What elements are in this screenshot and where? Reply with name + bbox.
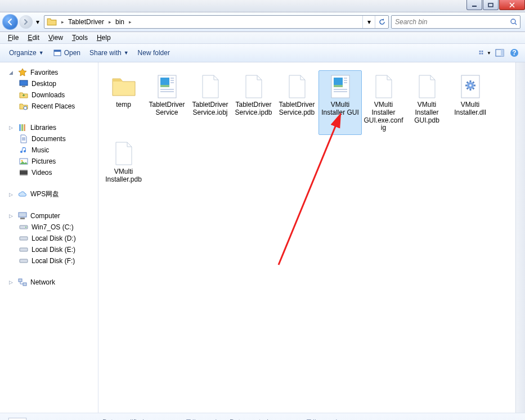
- sidebar-label: Favorites: [30, 69, 58, 76]
- scrollbar[interactable]: [515, 62, 525, 413]
- sidebar-drive-e[interactable]: Local Disk (E:): [0, 244, 98, 255]
- file-item[interactable]: TabletDriverService: [145, 70, 189, 135]
- svg-rect-24: [19, 213, 26, 217]
- search-icon[interactable]: [508, 18, 520, 26]
- menu-edit[interactable]: Edit: [23, 33, 44, 43]
- recent-icon: [19, 102, 28, 111]
- navbar: ▾ ▸ TabletDriver ▸ bin ▸ ▾: [0, 12, 525, 32]
- search-box[interactable]: [391, 15, 520, 29]
- chevron-right-icon[interactable]: ▸: [59, 19, 66, 25]
- sidebar-drive-f[interactable]: Local Disk (F:): [0, 255, 98, 267]
- svg-rect-39: [160, 89, 174, 90]
- file-label: VMulti Installer GUI.pdb: [407, 101, 447, 124]
- drive-icon: [19, 256, 28, 265]
- file-item[interactable]: TabletDriverService.pdb: [275, 70, 318, 135]
- sidebar-favorites[interactable]: ◢ Favorites: [0, 67, 98, 78]
- file-item[interactable]: VMulti Installer GUI.exe.config: [362, 70, 405, 135]
- svg-rect-16: [19, 124, 21, 131]
- help-button[interactable]: ?: [508, 47, 520, 59]
- svg-rect-46: [344, 82, 347, 83]
- open-button[interactable]: Open: [48, 46, 85, 60]
- file-label: TabletDriverService.pdb: [277, 101, 317, 117]
- titlebar: [0, 0, 525, 12]
- details-pane: VMulti Installer GUI Date modified: 2019…: [0, 413, 525, 420]
- refresh-button[interactable]: [375, 16, 388, 28]
- file-label: VMulti Installer.pdb: [104, 168, 143, 184]
- menu-view[interactable]: View: [44, 33, 68, 43]
- sidebar-drive-c[interactable]: Win7_OS (C:): [0, 222, 98, 233]
- svg-rect-29: [20, 248, 28, 251]
- breadcrumb-tabletdriver[interactable]: TabletDriver: [66, 16, 106, 28]
- svg-rect-25: [20, 218, 25, 219]
- sidebar-libraries[interactable]: ▷ Libraries: [0, 122, 98, 133]
- file-item[interactable]: TabletDriverService.ipdb: [232, 70, 275, 135]
- svg-point-27: [25, 227, 26, 228]
- svg-rect-17: [21, 124, 23, 131]
- sidebar-desktop[interactable]: Desktop: [0, 78, 98, 89]
- share-with-button[interactable]: Share with ▼: [85, 47, 133, 59]
- file-list[interactable]: tempTabletDriverServiceTabletDriverServi…: [98, 62, 525, 413]
- nav-history-dropdown[interactable]: ▾: [34, 16, 42, 28]
- desktop-icon: [19, 79, 28, 88]
- file-item[interactable]: TabletDriverService.iobj: [189, 70, 232, 135]
- svg-rect-48: [334, 91, 347, 92]
- back-button[interactable]: [2, 14, 18, 30]
- svg-rect-7: [479, 53, 481, 55]
- navigation-pane: ◢ Favorites Desktop Downloads Recent Pla…: [0, 62, 98, 413]
- sidebar-drive-d[interactable]: Local Disk (D:): [0, 233, 98, 244]
- maximize-button[interactable]: [483, 0, 499, 10]
- forward-button[interactable]: [19, 15, 33, 29]
- close-button[interactable]: [499, 0, 525, 10]
- file-item[interactable]: temp: [102, 70, 145, 135]
- sidebar-network[interactable]: ▷ Network: [0, 277, 98, 288]
- chevron-right-icon[interactable]: ▸: [127, 19, 133, 25]
- app-icon: [327, 73, 354, 100]
- svg-rect-44: [344, 78, 347, 79]
- pictures-icon: [19, 157, 28, 166]
- cloud-icon: [18, 190, 27, 199]
- svg-rect-5: [479, 51, 481, 52]
- organize-button[interactable]: Organize ▼: [5, 47, 48, 59]
- minimize-button[interactable]: [466, 0, 482, 10]
- file-item[interactable]: VMulti Installer.dll: [448, 70, 492, 135]
- menu-tools[interactable]: Tools: [68, 33, 92, 43]
- breadcrumb-bin[interactable]: bin: [113, 16, 127, 28]
- new-folder-button[interactable]: New folder: [133, 47, 174, 59]
- blank-icon: [110, 140, 137, 167]
- file-type-icon: [6, 416, 29, 421]
- sidebar-videos[interactable]: Videos: [0, 167, 98, 178]
- svg-rect-0: [472, 6, 477, 7]
- preview-pane-button[interactable]: [493, 47, 506, 59]
- svg-line-58: [473, 82, 474, 83]
- file-item[interactable]: VMulti Installer GUI: [318, 70, 362, 135]
- network-icon: [18, 278, 27, 287]
- blank-icon: [284, 73, 311, 100]
- file-item[interactable]: VMulti Installer.pdb: [102, 137, 145, 187]
- drive-icon: [19, 245, 28, 254]
- blank-icon: [414, 73, 441, 100]
- chevron-right-icon[interactable]: ▸: [106, 19, 113, 25]
- sidebar-documents[interactable]: Documents: [0, 133, 98, 144]
- svg-rect-38: [170, 82, 174, 83]
- sidebar-recent-places[interactable]: Recent Places: [0, 101, 98, 112]
- sidebar-wps[interactable]: ▷ WPS网盘: [0, 188, 98, 200]
- view-options-button[interactable]: ▼: [479, 47, 491, 59]
- svg-line-57: [466, 88, 468, 89]
- sidebar-pictures[interactable]: Pictures: [0, 156, 98, 167]
- address-dropdown[interactable]: ▾: [362, 16, 375, 28]
- search-input[interactable]: [392, 18, 508, 26]
- folder-icon: [47, 17, 57, 27]
- folder-icon: [110, 73, 137, 100]
- svg-rect-32: [23, 283, 26, 286]
- sidebar-downloads[interactable]: Downloads: [0, 89, 98, 101]
- file-item[interactable]: VMulti Installer GUI.pdb: [405, 70, 448, 135]
- sidebar-computer[interactable]: ▷ Computer: [0, 210, 98, 222]
- menu-help[interactable]: Help: [92, 33, 115, 43]
- menu-file[interactable]: File: [3, 33, 23, 43]
- svg-rect-36: [170, 78, 174, 79]
- address-bar[interactable]: ▸ TabletDriver ▸ bin ▸ ▾: [44, 15, 389, 29]
- file-label: TabletDriverService: [147, 101, 187, 117]
- svg-rect-22: [20, 170, 28, 171]
- svg-rect-34: [160, 78, 169, 85]
- sidebar-music[interactable]: Music: [0, 144, 98, 156]
